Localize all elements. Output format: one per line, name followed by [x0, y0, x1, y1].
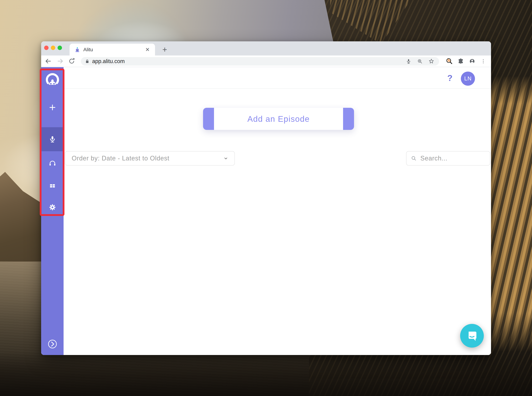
lock-icon	[84, 58, 90, 64]
gear-icon	[48, 203, 57, 211]
app-sidebar	[41, 67, 63, 355]
browser-menu-button[interactable]	[480, 58, 486, 64]
microphone-icon	[48, 135, 57, 144]
chevron-down-icon	[223, 156, 228, 161]
browser-profile-button[interactable]	[469, 58, 476, 65]
forward-arrow-icon	[57, 57, 64, 65]
address-bar[interactable]: app.alitu.com	[81, 57, 439, 65]
sidebar-item-library[interactable]	[41, 177, 63, 195]
add-episode-label: Add an Episode	[247, 114, 310, 124]
browser-window: Alitu ✕ + app.alitu.com	[41, 41, 491, 355]
search-input[interactable]	[420, 154, 486, 162]
back-arrow-icon	[44, 57, 52, 65]
tab-title: Alitu	[83, 47, 145, 52]
wallpaper-golden-rock-strata	[487, 76, 532, 352]
tab-alitu[interactable]: Alitu ✕	[69, 44, 155, 55]
intercom-chat-icon	[466, 330, 478, 342]
zoom-window-button[interactable]	[57, 46, 62, 50]
rss-finder-extension-icon	[446, 58, 453, 65]
voice-search-button[interactable]	[406, 58, 412, 64]
wallpaper-sunlit-ridge	[330, 0, 464, 44]
search-icon	[411, 155, 417, 162]
mic-icon	[406, 58, 412, 64]
browser-toolbar: app.alitu.com	[41, 55, 491, 67]
wallpaper-left-cliff	[0, 170, 42, 283]
menu-kebab-icon	[480, 58, 486, 64]
profile-icon	[469, 58, 476, 65]
bookmark-star-icon	[428, 58, 435, 64]
wallpaper-dark-water	[0, 352, 532, 396]
chevron-right-icon	[47, 338, 58, 350]
url-text: app.alitu.com	[92, 58, 406, 64]
zoom-button[interactable]	[417, 58, 423, 64]
tab-strip: Alitu ✕ +	[41, 41, 491, 55]
headphones-icon	[48, 159, 57, 168]
sidebar-item-settings[interactable]	[41, 198, 63, 216]
search-box	[406, 151, 490, 166]
help-button[interactable]: ?	[445, 72, 455, 84]
robot-logo-icon	[45, 73, 60, 88]
close-window-button[interactable]	[44, 46, 49, 50]
minimize-window-button[interactable]	[51, 46, 55, 50]
zoom-in-icon	[417, 58, 423, 64]
rss-finder-extension-button[interactable]	[446, 58, 453, 65]
app-header	[63, 67, 491, 89]
sidebar-item-alitu-logo[interactable]	[41, 72, 63, 90]
grid-icon	[49, 182, 56, 190]
window-controls	[44, 46, 62, 50]
new-tab-button[interactable]: +	[159, 44, 170, 55]
bookmark-button[interactable]	[428, 58, 435, 64]
order-by-select[interactable]: Order by: Date - Latest to Oldest	[65, 151, 235, 166]
alitu-robot-favicon	[74, 47, 80, 53]
close-tab-icon[interactable]: ✕	[145, 47, 150, 53]
sidebar-collapse-button[interactable]	[41, 335, 63, 353]
back-button[interactable]	[44, 57, 52, 65]
reload-icon	[68, 58, 75, 65]
alitu-app-page: ? LN Add an Episode Order by: Date - Lat…	[41, 67, 491, 355]
plus-icon	[48, 103, 57, 112]
intercom-chat-button[interactable]	[460, 324, 484, 348]
forward-button[interactable]	[56, 57, 64, 65]
sidebar-item-record[interactable]	[41, 130, 63, 148]
sidebar-item-episodes[interactable]	[41, 154, 63, 172]
user-avatar[interactable]: LN	[461, 72, 475, 86]
reload-button[interactable]	[68, 57, 76, 65]
extensions-button[interactable]	[457, 58, 464, 65]
extensions-puzzle-icon	[457, 58, 464, 65]
order-by-value: Order by: Date - Latest to Oldest	[72, 155, 169, 162]
add-episode-button[interactable]: Add an Episode	[203, 108, 354, 130]
sidebar-item-add[interactable]	[41, 99, 63, 116]
